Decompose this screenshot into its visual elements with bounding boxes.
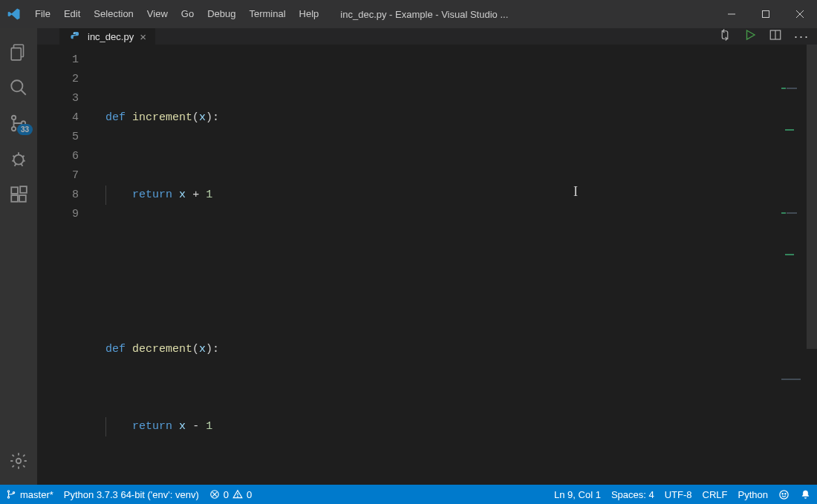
editor-body[interactable]: 1 2 3 4 5 6 7 8 9 def increment(x): retu… <box>37 45 817 504</box>
code-line[interactable] <box>105 263 817 282</box>
main-area: 33 <box>0 28 817 485</box>
line-number: 4 <box>37 108 79 128</box>
code-line[interactable]: return x + 1 <box>105 186 817 205</box>
close-tab-icon[interactable]: × <box>140 30 146 43</box>
svg-rect-20 <box>11 195 18 202</box>
svg-point-24 <box>74 33 74 33</box>
extensions-icon[interactable] <box>0 177 37 212</box>
line-number: 2 <box>37 70 79 89</box>
minimap[interactable] <box>781 49 805 71</box>
menu-view[interactable]: View <box>140 0 175 28</box>
svg-rect-1 <box>763 11 769 18</box>
file-tab-label: inc_dec.py <box>88 31 134 42</box>
menu-go[interactable]: Go <box>175 0 201 28</box>
code-line[interactable]: return x - 1 <box>105 417 817 436</box>
python-file-icon <box>70 30 82 42</box>
svg-rect-21 <box>19 195 26 202</box>
editor-column: inc_dec.py × ··· <box>37 28 817 485</box>
title-bar: File Edit Selection View Go Debug Termin… <box>0 0 817 28</box>
svg-point-29 <box>7 497 9 498</box>
menu-edit[interactable]: Edit <box>57 0 87 28</box>
svg-point-28 <box>7 491 9 492</box>
debug-icon[interactable] <box>0 141 37 177</box>
line-number-gutter: 1 2 3 4 5 6 7 8 9 <box>37 45 91 504</box>
app-logo <box>0 7 28 22</box>
menu-debug[interactable]: Debug <box>201 0 242 28</box>
maximize-button[interactable] <box>749 0 783 28</box>
svg-line-16 <box>24 160 25 161</box>
svg-line-18 <box>21 164 22 166</box>
menu-help[interactable]: Help <box>293 0 326 28</box>
line-number: 5 <box>37 128 79 147</box>
explorer-icon[interactable] <box>0 34 37 70</box>
text-cursor-icon: I <box>573 182 578 201</box>
svg-rect-22 <box>20 186 27 193</box>
file-tab[interactable]: inc_dec.py × <box>59 28 155 45</box>
search-icon[interactable] <box>0 70 37 105</box>
line-number: 8 <box>37 186 79 205</box>
menu-file[interactable]: File <box>28 0 57 28</box>
menu-bar: File Edit Selection View Go Debug Termin… <box>28 0 325 28</box>
svg-point-23 <box>16 459 22 464</box>
scm-badge: 33 <box>17 124 33 135</box>
minimize-button[interactable] <box>715 0 749 28</box>
scm-icon[interactable]: 33 <box>0 105 37 141</box>
code-line[interactable]: def increment(x): <box>105 108 817 128</box>
menu-selection[interactable]: Selection <box>87 0 140 28</box>
svg-rect-5 <box>11 48 21 60</box>
svg-point-8 <box>12 116 16 120</box>
scroll-thumb[interactable] <box>807 45 817 349</box>
line-number: 9 <box>37 205 79 224</box>
editor-actions: ··· <box>711 28 817 45</box>
svg-line-15 <box>12 160 13 161</box>
more-actions-icon[interactable]: ··· <box>794 29 810 45</box>
code-line[interactable] <box>105 494 817 504</box>
code-line[interactable]: def decrement(x): <box>105 340 817 359</box>
menu-terminal[interactable]: Terminal <box>242 0 292 28</box>
svg-point-11 <box>14 155 24 165</box>
compare-changes-icon[interactable] <box>718 28 732 45</box>
close-button[interactable] <box>783 0 817 28</box>
line-number: 3 <box>37 89 79 108</box>
svg-marker-25 <box>746 30 755 39</box>
line-number: 1 <box>37 50 79 70</box>
tab-bar: inc_dec.py × ··· <box>37 28 817 45</box>
line-number: 7 <box>37 166 79 186</box>
svg-line-7 <box>21 90 26 95</box>
svg-rect-19 <box>11 187 18 194</box>
settings-gear-icon[interactable] <box>0 443 37 479</box>
line-number: 6 <box>37 147 79 166</box>
svg-point-6 <box>11 80 22 91</box>
split-editor-icon[interactable] <box>769 28 782 45</box>
svg-line-17 <box>15 164 16 166</box>
window-title: inc_dec.py - Example - Visual Studio ... <box>325 9 715 20</box>
vertical-scrollbar[interactable] <box>807 45 817 504</box>
svg-point-9 <box>12 127 16 131</box>
code-area[interactable]: def increment(x): return x + 1 def decre… <box>91 45 817 504</box>
window-controls <box>715 0 817 28</box>
activity-bar: 33 <box>0 28 37 485</box>
run-icon[interactable] <box>743 28 757 45</box>
